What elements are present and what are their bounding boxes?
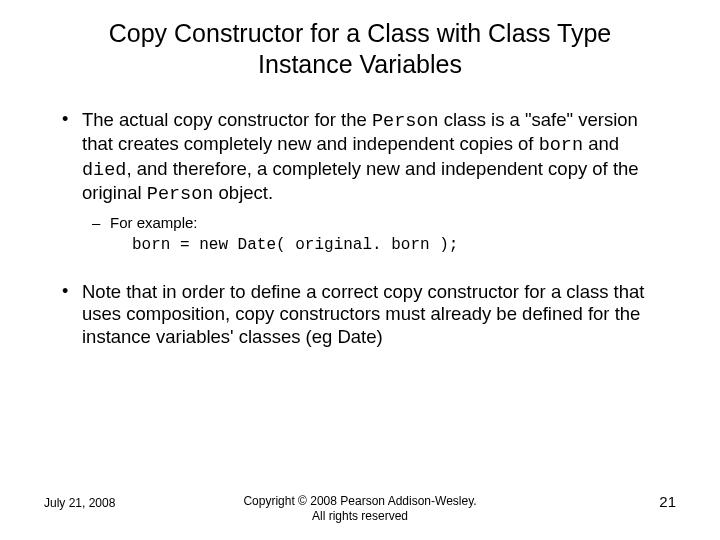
text-run: and xyxy=(583,133,619,154)
code-run: Person xyxy=(372,111,439,132)
copyright-line: All rights reserved xyxy=(312,509,408,523)
bullet-list: The actual copy constructor for the Pers… xyxy=(50,109,670,349)
text-run: Note that in order to define a correct c… xyxy=(82,281,644,347)
footer-page-number: 21 xyxy=(659,493,676,510)
sub-label: For example: xyxy=(110,214,198,231)
text-run: The actual copy constructor for the xyxy=(82,109,372,130)
footer-date: July 21, 2008 xyxy=(44,496,115,510)
copyright-line: Copyright © 2008 Pearson Addison-Wesley. xyxy=(243,494,476,508)
sub-item: For example: born = new Date( original. … xyxy=(88,213,670,257)
code-run: born xyxy=(539,135,583,156)
text-run: object. xyxy=(213,182,273,203)
code-run: Person xyxy=(147,184,214,205)
slide-footer: July 21, 2008 Copyright © 2008 Pearson A… xyxy=(0,494,720,524)
slide: Copy Constructor for a Class with Class … xyxy=(0,0,720,540)
bullet-item: The actual copy constructor for the Pers… xyxy=(58,109,670,257)
slide-title: Copy Constructor for a Class with Class … xyxy=(50,18,670,81)
bullet-item: Note that in order to define a correct c… xyxy=(58,281,670,349)
code-line: born = new Date( original. born ); xyxy=(110,235,670,257)
code-run: died xyxy=(82,160,126,181)
footer-copyright: Copyright © 2008 Pearson Addison-Wesley.… xyxy=(44,494,676,524)
sub-list: For example: born = new Date( original. … xyxy=(82,213,670,257)
